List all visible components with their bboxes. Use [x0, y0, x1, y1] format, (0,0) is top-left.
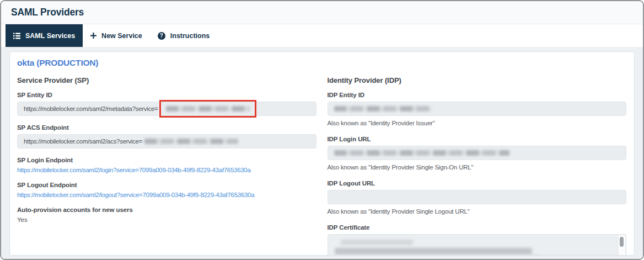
idp-section-heading: Identity Provider (IDP): [328, 76, 627, 84]
redacted-text: [341, 240, 413, 245]
provider-name: okta (PRODUCTION): [17, 58, 626, 68]
sp-section-heading: Service Provider (SP): [17, 76, 316, 84]
identity-provider-column: Identity Provider (IDP) IDP Entity ID Al…: [328, 76, 627, 256]
redacted-text: [144, 139, 238, 144]
content-area: okta (PRODUCTION) Service Provider (SP) …: [1, 47, 643, 259]
sp-entity-id-label: SP Entity ID: [17, 92, 316, 98]
redacted-text: [335, 248, 532, 254]
idp-entity-id-field[interactable]: [328, 102, 627, 116]
tab-label: New Service: [101, 32, 142, 40]
idp-login-url-group: IDP Login URL Also known as "Identity Pr…: [328, 136, 627, 171]
auto-provision-label: Auto-provision accounts for new users: [17, 206, 316, 213]
auto-provision-value: Yes: [17, 216, 316, 223]
auto-provision-group: Auto-provision accounts for new users Ye…: [17, 206, 316, 223]
tab-bar: SAML Services New Service ? Instructions: [1, 24, 643, 47]
service-provider-column: Service Provider (SP) SP Entity ID https…: [17, 76, 316, 256]
idp-logout-url-field[interactable]: [328, 190, 627, 204]
sp-logout-link[interactable]: https://mobilelocker.com/saml2/logout?se…: [17, 192, 316, 198]
idp-login-url-field[interactable]: [328, 146, 627, 160]
idp-login-url-label: IDP Login URL: [328, 136, 627, 142]
app-window: SAML Providers SAML Services New Service…: [0, 0, 644, 260]
certificate-scrollbar[interactable]: [618, 235, 625, 256]
tab-label: Instructions: [170, 32, 210, 40]
scrollbar-thumb[interactable]: [620, 237, 624, 247]
redacted-text: [166, 106, 250, 112]
sp-login-group: SP Login Endpoint https://mobilelocker.c…: [17, 157, 316, 173]
sp-acs-value: https://mobilelocker.com/saml2/acs?servi…: [24, 138, 142, 145]
idp-login-url-help: Also known as "Identity Provider Single …: [328, 164, 627, 171]
idp-entity-id-group: IDP Entity ID Also known as "Identity Pr…: [328, 92, 627, 126]
sp-logout-label: SP Logout Endpoint: [17, 182, 316, 188]
sp-login-link[interactable]: https://mobilelocker.com/saml2/login?ser…: [17, 167, 316, 173]
sp-entity-id-field[interactable]: https://mobilelocker.com/saml2/metadata?…: [17, 102, 316, 116]
idp-logout-url-label: IDP Logout URL: [328, 180, 627, 187]
idp-logout-url-group: IDP Logout URL Also known as "Identity P…: [328, 180, 627, 215]
redacted-text: [334, 106, 431, 112]
page-title: SAML Providers: [11, 7, 84, 18]
page-header: SAML Providers: [1, 1, 643, 24]
tab-label: SAML Services: [25, 32, 75, 40]
idp-entity-id-label: IDP Entity ID: [328, 92, 627, 98]
idp-certificate-label: IDP Certificate: [328, 224, 627, 231]
redacted-text: [334, 150, 509, 156]
redaction-highlight-box: [159, 100, 256, 118]
idp-certificate-group: IDP Certificate: [328, 224, 627, 256]
idp-certificate-field[interactable]: [328, 234, 627, 256]
idp-logout-url-help: Also known as "Identity Provider Single …: [328, 208, 627, 215]
sp-login-label: SP Login Endpoint: [17, 157, 316, 163]
sp-acs-label: SP ACS Endpoint: [17, 124, 316, 131]
saml-provider-panel: okta (PRODUCTION) Service Provider (SP) …: [9, 51, 635, 256]
idp-entity-id-help: Also known as "Identity Provider Issuer": [328, 120, 627, 126]
question-circle-icon: ?: [158, 32, 165, 40]
sp-logout-group: SP Logout Endpoint https://mobilelocker.…: [17, 182, 316, 198]
sp-acs-group: SP ACS Endpoint https://mobilelocker.com…: [17, 124, 316, 148]
sp-entity-id-group: SP Entity ID https://mobilelocker.com/sa…: [17, 92, 316, 116]
sp-entity-id-value: https://mobilelocker.com/saml2/metadata?…: [24, 105, 158, 112]
tab-instructions[interactable]: ? Instructions: [150, 24, 218, 47]
sp-acs-field[interactable]: https://mobilelocker.com/saml2/acs?servi…: [17, 134, 316, 148]
tab-saml-services[interactable]: SAML Services: [6, 24, 83, 47]
tab-new-service[interactable]: New Service: [83, 24, 150, 47]
plus-icon: [90, 33, 96, 39]
list-icon: [13, 33, 20, 39]
